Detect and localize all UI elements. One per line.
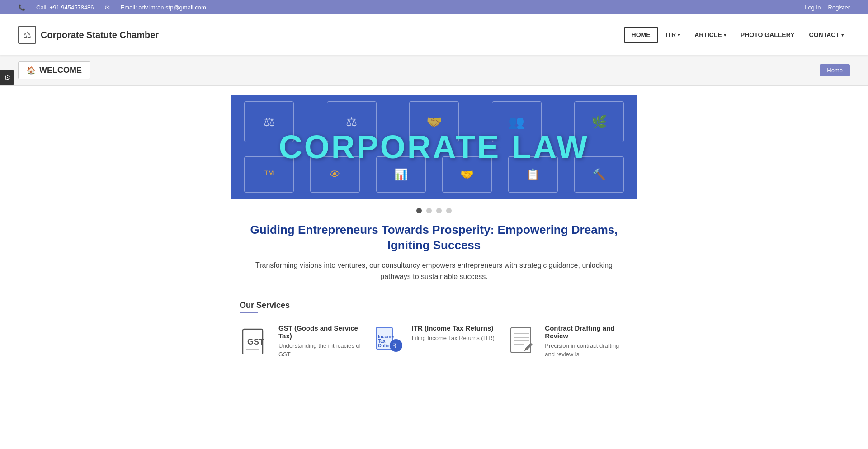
nav-article[interactable]: ARTICLE ▾ [688, 28, 732, 42]
call-label: Call: +91 9454578486 [36, 4, 94, 11]
contact-chevron-icon: ▾ [841, 33, 844, 38]
home-nav-label: HOME [632, 31, 651, 38]
itr-desc: Filing Income Tax Returns (ITR) [412, 334, 495, 343]
contact-nav-label: CONTACT [809, 31, 840, 38]
corporate-law-banner: ⚖ ⚖ 🤝 👥 🌿 CORPORATE LAW ™ 👁 📊 🤝 📋 🔨 [231, 95, 637, 199]
nav-itr[interactable]: ITR ▾ [660, 28, 687, 42]
top-bar-right: Log in Register [805, 4, 850, 11]
article-chevron-icon: ▾ [724, 33, 726, 38]
main-heading: Guiding Entrepreneurs Towards Prosperity… [240, 222, 628, 253]
svg-text:GST: GST [247, 337, 264, 346]
email-icon: ✉ [105, 4, 110, 11]
slider-dot-2[interactable] [426, 208, 432, 213]
site-header: ⚖ Corporate Statute Chamber HOME ITR ▾ A… [0, 14, 868, 55]
slider-dot-3[interactable] [436, 208, 442, 213]
top-bar-left: 📞 Call: +91 9454578486 ✉ Email: adv.imra… [18, 4, 206, 11]
banner-title: CORPORATE LAW [279, 128, 590, 165]
gst-content: GST (Goods and Service Tax) Understandin… [278, 324, 362, 359]
itr-nav-label: ITR [666, 31, 676, 38]
scale-icon: ⚖ [23, 29, 31, 40]
breadcrumb-bar: 🏠 WELCOME Home [0, 55, 868, 86]
nav-photo-gallery[interactable]: PHOTO GALLERY [734, 28, 801, 42]
itr-content: ITR (Income Tax Returns) Filing Income T… [412, 324, 495, 343]
welcome-label: WELCOME [39, 66, 82, 75]
contract-content: Contract Drafting and Review Precision i… [545, 324, 628, 359]
gear-icon: ⚙ [4, 73, 10, 82]
main-content: Guiding Entrepreneurs Towards Prosperity… [231, 222, 637, 377]
service-gst: GST GST (Goods and Service Tax) Understa… [240, 324, 362, 359]
top-bar: 📞 Call: +91 9454578486 ✉ Email: adv.imra… [0, 0, 868, 14]
nav-contact[interactable]: CONTACT ▾ [803, 28, 850, 42]
gst-icon: GST [240, 324, 271, 356]
gst-desc: Understanding the intricacies of GST [278, 341, 362, 359]
email-label: Email: adv.imran.stp@gmail.com [121, 4, 206, 11]
itr-icon: Income Tax Online ₹ [373, 324, 405, 356]
welcome-badge: 🏠 WELCOME [18, 61, 90, 79]
main-nav: HOME ITR ▾ ARTICLE ▾ PHOTO GALLERY CONTA… [624, 27, 850, 43]
home-breadcrumb[interactable]: Home [820, 64, 850, 76]
nav-home[interactable]: HOME [624, 27, 658, 43]
service-itr: Income Tax Online ₹ ITR (Income Tax Retu… [373, 324, 495, 359]
services-section: Our Services GST GST (Goods and Service … [240, 301, 628, 359]
phone-icon: 📞 [18, 4, 25, 11]
services-underline [240, 312, 258, 313]
article-nav-label: ARTICLE [694, 31, 722, 38]
svg-text:₹: ₹ [393, 342, 397, 350]
slider-dots [0, 208, 868, 213]
slider-dot-1[interactable] [416, 208, 422, 213]
services-grid: GST GST (Goods and Service Tax) Understa… [240, 324, 628, 359]
settings-gear-button[interactable]: ⚙ [0, 70, 14, 85]
logo-icon: ⚖ [18, 26, 36, 44]
main-subtext: Transforming visions into ventures, our … [253, 260, 615, 283]
slider-image: ⚖ ⚖ 🤝 👥 🌿 CORPORATE LAW ™ 👁 📊 🤝 📋 🔨 [231, 95, 637, 199]
services-heading: Our Services [240, 301, 628, 310]
slider-dot-4[interactable] [446, 208, 452, 213]
itr-chevron-icon: ▾ [678, 33, 680, 38]
contract-icon [506, 324, 538, 356]
register-link[interactable]: Register [828, 4, 850, 11]
photo-gallery-nav-label: PHOTO GALLERY [741, 31, 795, 38]
hero-slider: ⚖ ⚖ 🤝 👥 🌿 CORPORATE LAW ™ 👁 📊 🤝 📋 🔨 [231, 95, 637, 199]
site-title: Corporate Statute Chamber [41, 30, 159, 40]
home-icon: 🏠 [27, 66, 36, 75]
contract-desc: Precision in contract drafting and revie… [545, 341, 628, 359]
logo-area: ⚖ Corporate Statute Chamber [18, 26, 159, 44]
itr-title: ITR (Income Tax Returns) [412, 324, 495, 332]
service-contract: Contract Drafting and Review Precision i… [506, 324, 628, 359]
gst-title: GST (Goods and Service Tax) [278, 324, 362, 340]
contract-title: Contract Drafting and Review [545, 324, 628, 340]
login-link[interactable]: Log in [805, 4, 821, 11]
